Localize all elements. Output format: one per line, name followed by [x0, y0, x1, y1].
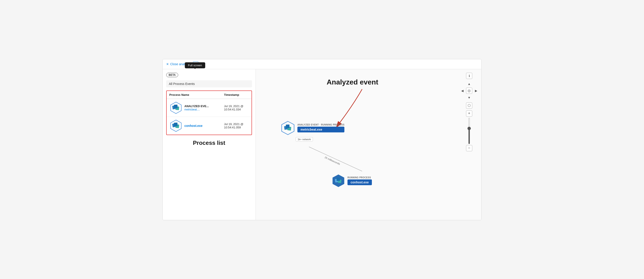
metricbeat-name-badge: metricbeat.exe [298, 127, 344, 132]
process-table-container: Process Name Timestamp [166, 91, 252, 135]
timestamp-1b: 10:54:41.034 [224, 108, 249, 111]
process-list-label: Process list [166, 140, 252, 146]
svg-rect-12 [286, 124, 290, 128]
process-table: Process Name Timestamp [167, 91, 252, 135]
timestamp-1a: Jul 19, 2021 @ [224, 104, 249, 108]
nav-target-icon: ◎ [468, 89, 471, 93]
right-panel: Analyzed event [256, 69, 481, 220]
col-process-name: Process Name [167, 91, 222, 99]
table-row[interactable]: ANALYZED EVE... metricbeat.... Jul 19, 2… [167, 99, 252, 117]
hex-icon: ⬡ [468, 103, 471, 108]
metricbeat-label-area: ANALYZED EVENT · RUNNING PROCESS metricb… [298, 124, 344, 132]
nav-right-button[interactable]: ▶ [473, 88, 479, 94]
filter-label: All Process Events [169, 82, 195, 86]
connection-svg: 25 milliseconds [307, 145, 364, 173]
nav-up-button[interactable]: ▲ [466, 81, 472, 87]
nav-down-button[interactable]: ▼ [466, 95, 472, 101]
close-x-icon: ✕ [166, 62, 169, 66]
conhost-type-label: RUNNING PROCESS [348, 176, 372, 179]
connection-line-area: 25 milliseconds [307, 145, 364, 174]
main-content: BETA All Process Events Process Name Tim… [163, 69, 481, 220]
zoom-in-icon: + [468, 111, 470, 116]
main-window: Full screen ✕ Close analyzer BETA All Pr… [162, 59, 482, 220]
zoom-out-button[interactable]: − [466, 145, 472, 151]
filter-bar[interactable]: All Process Events [166, 80, 252, 87]
timestamp-2b: 10:54:41.059 [224, 126, 249, 129]
nav-left-icon: ◀ [461, 89, 464, 93]
process-icon-conhost [169, 119, 182, 132]
zoom-slider[interactable] [468, 118, 470, 144]
conhost-label-area: RUNNING PROCESS conhost.exe [348, 176, 372, 185]
info-button[interactable]: ℹ [466, 73, 472, 79]
timestamp-2a: Jul 19, 2021 @ [224, 122, 249, 126]
svg-line-13 [309, 147, 362, 171]
fullscreen-tooltip: Full screen [185, 62, 205, 68]
beta-badge: BETA [166, 73, 178, 77]
col-timestamp: Timestamp [222, 91, 252, 99]
zoom-slider-container: + − [466, 110, 472, 151]
table-row[interactable]: conhost.exe Jul 19, 2021 @ 10:54:41.059 [167, 117, 252, 135]
metricbeat-cube-icon [282, 122, 294, 134]
svg-rect-7 [174, 122, 178, 126]
nav-right-icon: ▶ [475, 89, 477, 93]
zoom-out-icon: − [468, 146, 470, 150]
metricbeat-type-label: ANALYZED EVENT · RUNNING PROCESS [298, 124, 344, 126]
conhost-name-badge: conhost.exe [348, 179, 372, 185]
zoom-in-button[interactable]: + [466, 110, 472, 117]
metricbeat-network-badge: 1k+ network [296, 137, 313, 141]
nav-center-button[interactable]: ◎ [466, 88, 472, 94]
info-icon: ℹ [469, 74, 470, 78]
node-conhost[interactable]: RUNNING PROCESS conhost.exe [331, 173, 372, 188]
node-metricbeat[interactable]: ANALYZED EVENT · RUNNING PROCESS metricb… [280, 120, 344, 141]
nav-up-icon: ▲ [468, 82, 471, 86]
left-panel: BETA All Process Events Process Name Tim… [163, 69, 256, 220]
conhost-cube-icon [333, 175, 344, 186]
tooltip-text: Full screen [188, 64, 202, 67]
process-name-cell-1: ANALYZED EVE... metricbeat.... [169, 101, 219, 114]
process-icon-metricbeat [169, 101, 182, 114]
nav-control-group: ▲ ◀ ◎ ▶ ▼ [459, 81, 479, 101]
header-bar: ✕ Close analyzer [163, 59, 481, 69]
svg-rect-17 [337, 177, 340, 181]
connection-label: 25 milliseconds [324, 156, 340, 165]
process-name-cell-2: conhost.exe [169, 119, 219, 132]
process-link-2[interactable]: conhost.exe [184, 124, 202, 128]
hex-view-button[interactable]: ⬡ [466, 102, 472, 109]
process-type-label-1: ANALYZED EVE... [184, 104, 209, 108]
right-controls: ℹ ▲ ◀ ◎ ▶ [459, 73, 479, 151]
nav-down-icon: ▼ [468, 96, 471, 99]
analyzed-event-label: Analyzed event [327, 78, 378, 86]
nav-left-button[interactable]: ◀ [459, 88, 466, 94]
process-link-1[interactable]: metricbeat.... [184, 108, 200, 111]
svg-rect-3 [174, 104, 178, 108]
